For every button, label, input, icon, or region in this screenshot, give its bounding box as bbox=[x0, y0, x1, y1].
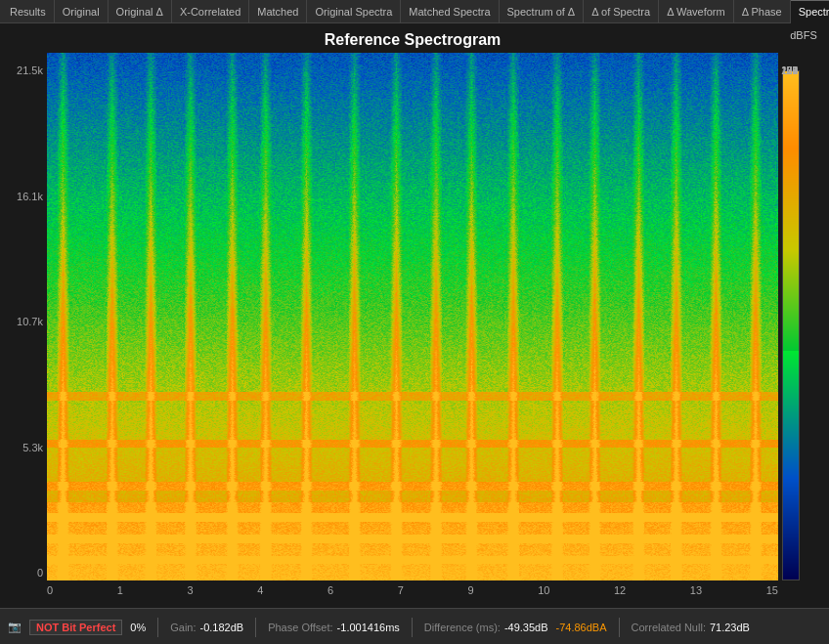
difference-value: -49.35dB bbox=[504, 622, 548, 633]
x-label-13: 13 bbox=[690, 584, 702, 600]
y-label-bottom: 0 bbox=[4, 567, 43, 579]
gain-value: -0.182dB bbox=[200, 622, 244, 633]
x-label-7: 7 bbox=[398, 584, 404, 600]
correlated-null-item: Correlated Null: 71.23dB bbox=[632, 622, 750, 633]
tab-delta-phase[interactable]: Δ Phase bbox=[734, 0, 791, 23]
y-label-4: 5.3k bbox=[4, 442, 43, 453]
main-area: 21.5k 16.1k 10.7k 5.3k 0 Reference Spect… bbox=[0, 23, 829, 608]
y-axis: 21.5k 16.1k 10.7k 5.3k 0 bbox=[0, 23, 47, 608]
tab-matched-spectra[interactable]: Matched Spectra bbox=[401, 0, 499, 23]
tab-spectrum-delta[interactable]: Spectrum of Δ bbox=[500, 0, 585, 23]
phase-offset-label: Phase Offset: bbox=[268, 622, 332, 633]
correlated-null-label: Correlated Null: bbox=[632, 622, 706, 633]
cb-tick-200: 200 bbox=[781, 65, 800, 76]
x-label-12: 12 bbox=[614, 584, 626, 600]
chart-title: Reference Spectrogram bbox=[47, 23, 778, 53]
correlated-null-value: 71.23dB bbox=[710, 622, 750, 633]
x-label-4: 4 bbox=[257, 584, 263, 600]
camera-icon: 📷 bbox=[8, 621, 22, 633]
x-label-15: 15 bbox=[766, 584, 778, 600]
colorbar-wrap: 5 29 54 78 102 127 151 176 200 bbox=[778, 70, 800, 579]
gain-label: Gain: bbox=[170, 622, 196, 633]
tab-original[interactable]: Original bbox=[55, 0, 109, 23]
y-label-3: 10.7k bbox=[4, 316, 43, 327]
tab-original-delta[interactable]: Original Δ bbox=[109, 0, 172, 23]
tab-delta-waveform[interactable]: Δ Waveform bbox=[659, 0, 734, 23]
gain-item: Gain: -0.182dB bbox=[170, 622, 243, 633]
x-label-1: 1 bbox=[117, 584, 123, 600]
x-label-0: 0 bbox=[47, 584, 53, 600]
status-percent: 0% bbox=[130, 622, 146, 633]
divider-3 bbox=[412, 618, 413, 637]
y-label-top: 21.5k bbox=[4, 64, 43, 76]
tab-delta-spectra[interactable]: Δ of Spectra bbox=[584, 0, 659, 23]
spectrogram-canvas[interactable] bbox=[47, 53, 778, 580]
divider-4 bbox=[619, 618, 620, 637]
dba-value: -74.86dBA bbox=[556, 622, 607, 633]
x-label-3: 3 bbox=[187, 584, 193, 600]
tab-xcorrelated[interactable]: X-Correlated bbox=[172, 0, 249, 23]
status-bar: 📷 NOT Bit Perfect 0% Gain: -0.182dB Phas… bbox=[0, 608, 829, 644]
colorbar: dBFS 5 29 54 78 102 127 151 176 200 bbox=[778, 23, 829, 608]
x-label-10: 10 bbox=[538, 584, 549, 600]
colorbar-gradient bbox=[782, 70, 800, 580]
tab-bar: Results Original Original Δ X-Correlated… bbox=[0, 0, 829, 23]
phase-offset-item: Phase Offset: -1.001416ms bbox=[268, 622, 400, 633]
x-axis: 0 1 3 4 6 7 9 10 12 13 15 bbox=[47, 580, 778, 600]
difference-item: Difference (ms): -49.35dB bbox=[424, 622, 548, 633]
x-label-6: 6 bbox=[327, 584, 333, 600]
divider-2 bbox=[255, 618, 256, 637]
tab-matched[interactable]: Matched bbox=[249, 0, 307, 23]
divider-1 bbox=[157, 618, 158, 637]
bit-perfect-label: NOT Bit Perfect bbox=[29, 620, 122, 635]
y-label-2: 16.1k bbox=[4, 191, 43, 202]
tab-original-spectra[interactable]: Original Spectra bbox=[307, 0, 401, 23]
x-label-9: 9 bbox=[467, 584, 473, 600]
chart-wrap: Reference Spectrogram 0 1 3 4 6 7 9 10 1… bbox=[47, 23, 778, 608]
colorbar-label: dBFS bbox=[778, 29, 829, 41]
tab-results[interactable]: Results bbox=[2, 0, 55, 23]
tab-spectrogram1[interactable]: Spectrogram 1 bbox=[791, 0, 829, 23]
phase-offset-value: -1.001416ms bbox=[337, 622, 400, 633]
difference-label: Difference (ms): bbox=[424, 622, 501, 633]
